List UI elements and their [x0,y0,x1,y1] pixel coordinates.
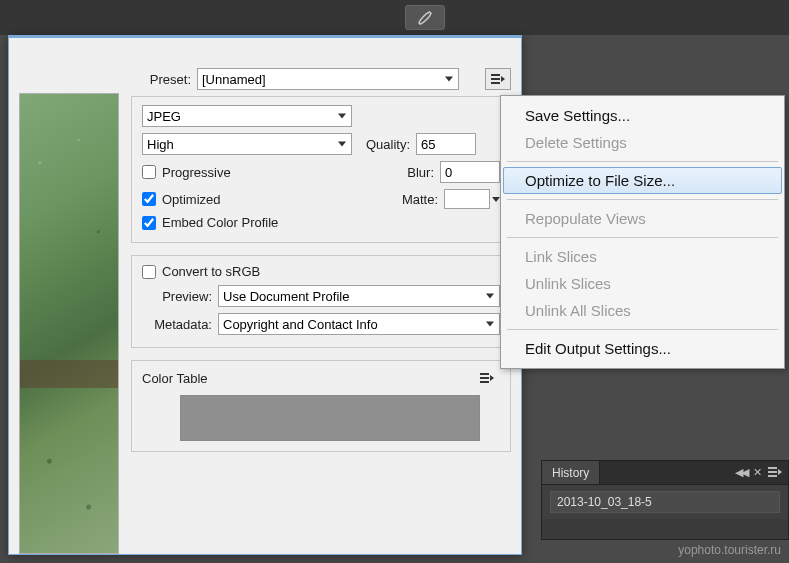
history-item[interactable]: 2013-10_03_18-5 [550,491,780,513]
color-table-box [180,395,480,441]
settings-column: Preset: [Unnamed] [131,68,511,554]
color-table-label: Color Table [142,371,208,386]
quality-input[interactable] [416,133,476,155]
image-preview [19,93,119,554]
history-tab[interactable]: History [542,461,600,484]
flyout-menu-icon [480,373,494,383]
format-group: JPEG High Quality: [131,96,511,243]
menu-edit-output-settings[interactable]: Edit Output Settings... [503,335,782,362]
preset-flyout-button[interactable] [485,68,511,90]
progressive-checkbox[interactable] [142,165,156,179]
matte-swatch [444,189,490,209]
menu-repopulate-views: Repopulate Views [503,205,782,232]
menu-optimize-to-file-size[interactable]: Optimize to File Size... [503,167,782,194]
close-icon[interactable]: ✕ [753,466,762,480]
quality-label: Quality: [358,137,410,152]
format-select[interactable]: JPEG [142,105,352,127]
menu-unlink-all-slices: Unlink All Slices [503,297,782,324]
matte-label: Matte: [386,192,438,207]
color-group: Convert to sRGB Preview: Use Document Pr… [131,255,511,348]
menu-save-settings[interactable]: Save Settings... [503,102,782,129]
flyout-menu-icon [491,74,505,84]
metadata-select[interactable]: Copyright and Contact Info [218,313,500,335]
preview-select[interactable]: Use Document Profile [218,285,500,307]
menu-delete-settings: Delete Settings [503,129,782,156]
color-table-group: Color Table [131,360,511,452]
convert-srgb-checkbox-row[interactable]: Convert to sRGB [142,264,260,279]
brush-icon [416,9,434,27]
optimized-label: Optimized [162,192,221,207]
watermark: yophoto.tourister.ru [678,543,781,557]
embed-profile-label: Embed Color Profile [162,215,278,230]
embed-profile-checkbox[interactable] [142,216,156,230]
preset-select[interactable]: [Unnamed] [197,68,459,90]
menu-unlink-slices: Unlink Slices [503,270,782,297]
history-panel: History ◀◀ ✕ 2013-10_03_18-5 [541,460,789,540]
embed-profile-checkbox-row[interactable]: Embed Color Profile [142,215,278,230]
menu-link-slices: Link Slices [503,243,782,270]
preview-label: Preview: [142,289,212,304]
matte-picker[interactable] [444,189,500,209]
save-for-web-dialog: Preset: [Unnamed] [8,35,522,555]
preset-label: Preset: [131,72,191,87]
blur-input[interactable] [440,161,500,183]
blur-label: Blur: [382,165,434,180]
brush-tool-button[interactable] [405,5,445,30]
collapse-icon[interactable]: ◀◀ [735,466,747,480]
preview-thumbnail [20,94,118,553]
preset-context-menu: Save Settings... Delete Settings Optimiz… [500,95,785,369]
metadata-label: Metadata: [142,317,212,332]
panel-flyout-button[interactable] [768,466,782,480]
menu-separator [507,329,778,330]
optimized-checkbox-row[interactable]: Optimized [142,192,380,207]
convert-srgb-checkbox[interactable] [142,265,156,279]
progressive-label: Progressive [162,165,231,180]
menu-separator [507,237,778,238]
menu-separator [507,199,778,200]
color-table-flyout-button[interactable] [474,367,500,389]
chevron-down-icon [492,197,500,202]
optimized-checkbox[interactable] [142,192,156,206]
convert-srgb-label: Convert to sRGB [162,264,260,279]
progressive-checkbox-row[interactable]: Progressive [142,165,376,180]
quality-preset-select[interactable]: High [142,133,352,155]
menu-separator [507,161,778,162]
